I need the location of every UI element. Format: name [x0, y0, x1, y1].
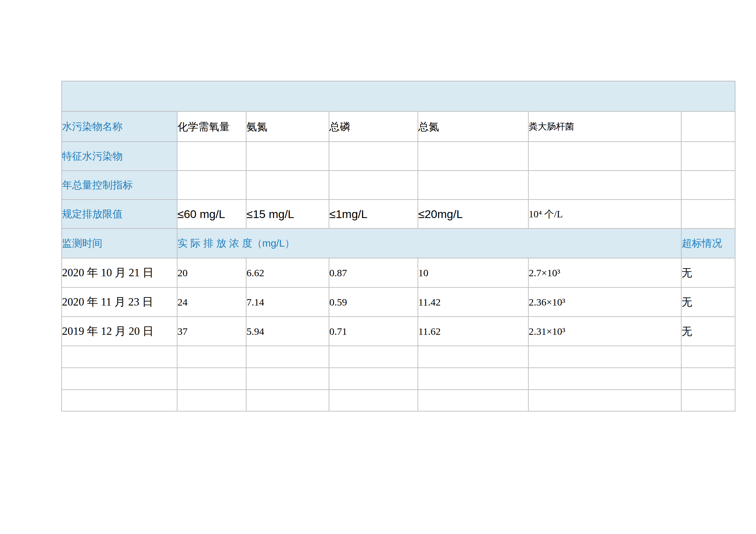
pollutant-name-cell: 总磷 — [329, 111, 418, 142]
pollutant-name-cell: 总氮 — [418, 111, 528, 142]
data-cell: 11.42 — [418, 287, 528, 317]
label-monitor-time: 监测时间 — [62, 228, 177, 258]
data-cell: 2.31×10³ — [528, 317, 681, 346]
label-water-pollutant-name: 水污染物名称 — [62, 111, 177, 142]
pollutant-name-cell: 氨氮 — [246, 111, 329, 142]
label-annual-total-control: 年总量控制指标 — [62, 171, 177, 200]
data-cell: 0.87 — [329, 258, 418, 287]
limit-cell-fecal: 10⁴ 个/L — [528, 200, 681, 228]
empty-cell — [681, 200, 735, 228]
empty-cell — [177, 171, 246, 200]
header-exceedance: 超标情况 — [681, 228, 735, 258]
data-cell: 24 — [177, 287, 246, 317]
limit-cell: ≤20mg/L — [418, 200, 528, 228]
empty-cell — [177, 390, 246, 411]
limit-cell: ≤15 mg/L — [246, 200, 329, 228]
empty-cell — [681, 171, 735, 200]
data-cell: 10 — [418, 258, 528, 287]
empty-cell — [246, 171, 329, 200]
date-cell: 2020 年 11 月 23 日 — [62, 287, 177, 317]
empty-cell — [177, 346, 246, 368]
empty-cell — [246, 346, 329, 368]
label-characteristic-pollutant: 特征水污染物 — [62, 142, 177, 171]
data-cell: 0.59 — [329, 287, 418, 317]
empty-cell — [528, 346, 681, 368]
data-cell: 5.94 — [246, 317, 329, 346]
empty-cell — [418, 142, 528, 171]
label-emission-limit: 规定排放限值 — [62, 200, 177, 228]
data-cell: 37 — [177, 317, 246, 346]
pollutant-name-cell: 化学需氧量 — [177, 111, 246, 142]
date-cell: 2020 年 10 月 21 日 — [62, 258, 177, 287]
empty-cell — [681, 346, 735, 368]
empty-cell — [329, 142, 418, 171]
table-row: 2020 年 11 月 23 日 24 7.14 0.59 11.42 2.36… — [62, 287, 735, 317]
status-cell: 无 — [681, 287, 735, 317]
empty-cell — [528, 368, 681, 390]
empty-cell — [418, 368, 528, 390]
empty-cell — [329, 346, 418, 368]
status-cell: 无 — [681, 258, 735, 287]
empty-cell — [681, 368, 735, 390]
data-cell: 2.7×10³ — [528, 258, 681, 287]
empty-cell — [62, 390, 177, 411]
empty-cell — [681, 142, 735, 171]
empty-cell — [528, 142, 681, 171]
data-cell: 2.36×10³ — [528, 287, 681, 317]
limit-cell: ≤60 mg/L — [177, 200, 246, 228]
table-row — [62, 390, 735, 411]
status-cell: 无 — [681, 317, 735, 346]
empty-cell — [418, 171, 528, 200]
empty-cell — [528, 171, 681, 200]
data-cell: 7.14 — [246, 287, 329, 317]
data-cell: 0.71 — [329, 317, 418, 346]
date-cell: 2019 年 12 月 20 日 — [62, 317, 177, 346]
empty-cell — [177, 368, 246, 390]
empty-cell — [681, 111, 735, 142]
data-cell: 11.62 — [418, 317, 528, 346]
empty-cell — [418, 390, 528, 411]
empty-cell — [528, 390, 681, 411]
empty-cell — [62, 368, 177, 390]
empty-cell — [177, 142, 246, 171]
pollutant-name-cell-fecal: 粪大肠杆菌 — [528, 111, 681, 142]
pollutant-monitoring-table: 水污染物名称 化学需氧量 氨氮 总磷 总氮 粪大肠杆菌 特征水污染物 年总量控制… — [61, 81, 735, 412]
empty-cell — [681, 390, 735, 411]
empty-cell — [329, 171, 418, 200]
table-title-band — [62, 81, 735, 111]
header-actual-emission-concentration: 实 际 排 放 浓 度（mg/L） — [177, 228, 681, 258]
table-row: 2020 年 10 月 21 日 20 6.62 0.87 10 2.7×10³… — [62, 258, 735, 287]
empty-cell — [246, 368, 329, 390]
limit-cell: ≤1mg/L — [329, 200, 418, 228]
data-cell: 6.62 — [246, 258, 329, 287]
table-row — [62, 368, 735, 390]
empty-cell — [246, 142, 329, 171]
table-row — [62, 346, 735, 368]
table-row: 2019 年 12 月 20 日 37 5.94 0.71 11.62 2.31… — [62, 317, 735, 346]
data-cell: 20 — [177, 258, 246, 287]
empty-cell — [62, 346, 177, 368]
empty-cell — [329, 390, 418, 411]
empty-cell — [418, 346, 528, 368]
empty-cell — [329, 368, 418, 390]
empty-cell — [246, 390, 329, 411]
